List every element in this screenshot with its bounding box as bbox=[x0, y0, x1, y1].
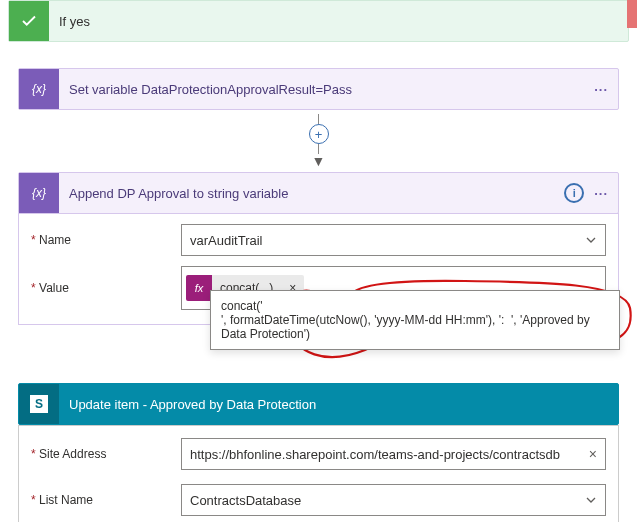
chevron-down-icon bbox=[585, 234, 597, 246]
update-item-title: Update item - Approved by Data Protectio… bbox=[59, 397, 594, 412]
sharepoint-icon: S bbox=[19, 384, 59, 424]
error-stripe bbox=[627, 0, 637, 28]
set-variable-action[interactable]: {x} Set variable DataProtectionApprovalR… bbox=[18, 68, 619, 110]
site-address-label: Site Address bbox=[31, 447, 181, 461]
update-item-card: Site Address https://bhfonline.sharepoin… bbox=[18, 425, 619, 522]
set-variable-title: Set variable DataProtectionApprovalResul… bbox=[59, 82, 594, 97]
name-value: varAuditTrail bbox=[190, 233, 262, 248]
expression-tooltip: concat(' ', formatDateTime(utcNow(), 'yy… bbox=[210, 290, 620, 350]
site-address-value: https://bhfonline.sharepoint.com/teams-a… bbox=[190, 447, 560, 462]
if-yes-title: If yes bbox=[49, 14, 628, 29]
list-name-select[interactable]: ContractsDatabase bbox=[181, 484, 606, 516]
tooltip-text: concat(' ', formatDateTime(utcNow(), 'yy… bbox=[221, 299, 593, 341]
list-name-label: List Name bbox=[31, 493, 181, 507]
more-menu[interactable]: ··· bbox=[594, 82, 608, 97]
append-string-action[interactable]: {x} Append DP Approval to string variabl… bbox=[18, 172, 619, 214]
value-label: Value bbox=[31, 281, 181, 295]
connector: + ▼ bbox=[18, 114, 619, 168]
more-menu[interactable]: ··· bbox=[594, 186, 608, 201]
arrow-down-icon: ▼ bbox=[312, 154, 326, 168]
fx-icon: fx bbox=[186, 275, 212, 301]
name-select[interactable]: varAuditTrail bbox=[181, 224, 606, 256]
info-icon[interactable]: i bbox=[564, 183, 584, 203]
if-yes-action[interactable]: If yes bbox=[8, 0, 629, 42]
update-item-action[interactable]: S Update item - Approved by Data Protect… bbox=[18, 383, 619, 425]
clear-icon[interactable]: × bbox=[589, 446, 597, 462]
check-icon bbox=[9, 1, 49, 41]
add-step-button[interactable]: + bbox=[309, 124, 329, 144]
site-address-input[interactable]: https://bhfonline.sharepoint.com/teams-a… bbox=[181, 438, 606, 470]
variable-icon: {x} bbox=[19, 173, 59, 213]
append-string-title: Append DP Approval to string variable bbox=[59, 186, 564, 201]
list-name-value: ContractsDatabase bbox=[190, 493, 301, 508]
chevron-down-icon bbox=[585, 494, 597, 506]
variable-icon: {x} bbox=[19, 69, 59, 109]
name-label: Name bbox=[31, 233, 181, 247]
